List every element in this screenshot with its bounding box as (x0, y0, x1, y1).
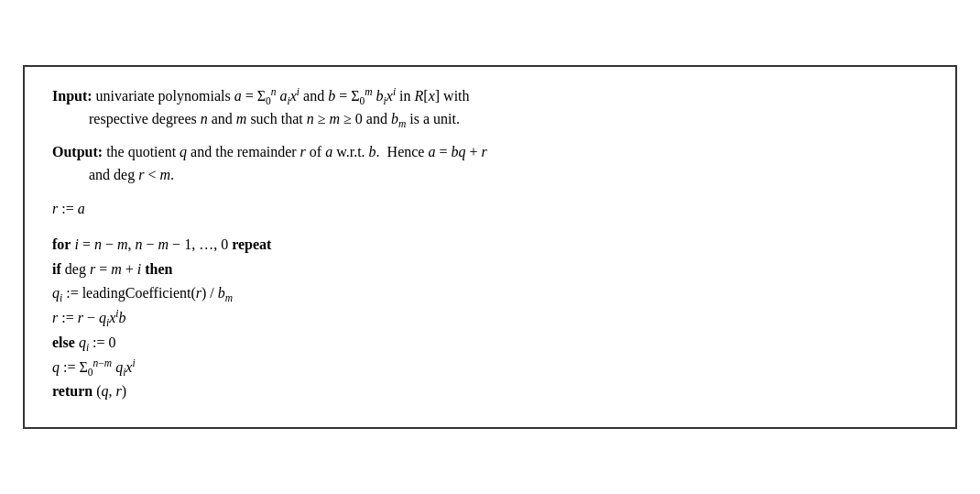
line-for: for i = n − m, n − m − 1, …, 0 repeat (52, 234, 928, 257)
line-if: if deg r = m + i then (52, 258, 928, 281)
line-qi-assign: qi := leadingCoefficient(r) / bm (52, 282, 928, 305)
algorithm-body: r := a for i = n − m, n − m − 1, …, 0 re… (52, 198, 928, 403)
output-line2: and deg r < m. (89, 167, 174, 182)
line-else: else qi := 0 (52, 332, 928, 355)
line-r-assign: r := a (52, 198, 928, 221)
algorithm-box: Input: univariate polynomials a = Σ0n ai… (23, 65, 957, 430)
input-content: univariate polynomials a = Σ0n aixi and … (96, 88, 470, 104)
input-section: Input: univariate polynomials a = Σ0n ai… (52, 85, 928, 131)
line-r-update: r := r − qixib (52, 307, 928, 330)
output-label: Output: (52, 144, 103, 159)
output-section: Output: the quotient q and the remainder… (52, 141, 928, 187)
line-return: return (q, r) (52, 380, 928, 403)
output-content: the quotient q and the remainder r of a … (106, 144, 487, 159)
input-line2: respective degrees n and m such that n ≥… (89, 111, 460, 126)
input-label: Input: (52, 88, 93, 104)
line-q-assign: q := Σ0n−m qixi (52, 357, 928, 379)
